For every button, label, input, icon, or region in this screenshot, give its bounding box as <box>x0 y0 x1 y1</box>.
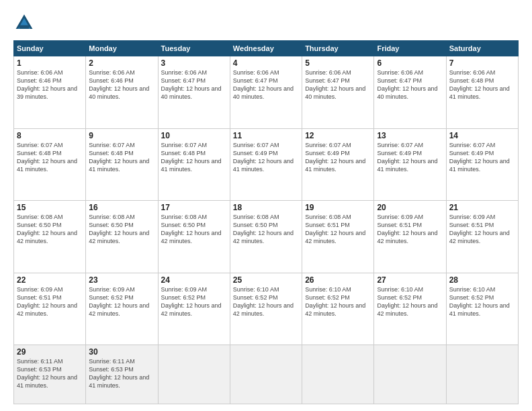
calendar-day: 2Sunrise: 6:06 AMSunset: 6:46 PMDaylight… <box>86 56 158 129</box>
day-number: 16 <box>89 203 154 212</box>
calendar-day: 8Sunrise: 6:07 AMSunset: 6:48 PMDaylight… <box>14 128 86 201</box>
header <box>13 12 519 34</box>
day-number: 3 <box>161 58 227 68</box>
calendar-day: 16Sunrise: 6:08 AMSunset: 6:50 PMDayligh… <box>86 201 158 273</box>
day-of-week-header: Tuesday <box>158 41 230 56</box>
day-info: Sunrise: 6:07 AMSunset: 6:49 PMDaylight:… <box>377 141 443 174</box>
day-info: Sunrise: 6:07 AMSunset: 6:49 PMDaylight:… <box>233 141 299 174</box>
calendar-day: 13Sunrise: 6:07 AMSunset: 6:49 PMDayligh… <box>374 128 446 201</box>
day-info: Sunrise: 6:07 AMSunset: 6:48 PMDaylight:… <box>161 141 227 174</box>
calendar-day: 12Sunrise: 6:07 AMSunset: 6:49 PMDayligh… <box>302 128 374 201</box>
day-number: 28 <box>449 275 515 285</box>
day-info: Sunrise: 6:09 AMSunset: 6:51 PMDaylight:… <box>377 213 443 246</box>
calendar-day: 15Sunrise: 6:08 AMSunset: 6:50 PMDayligh… <box>14 201 86 273</box>
day-info: Sunrise: 6:07 AMSunset: 6:49 PMDaylight:… <box>305 141 371 174</box>
page: SundayMondayTuesdayWednesdayThursdayFrid… <box>0 0 532 411</box>
calendar-day: 28Sunrise: 6:10 AMSunset: 6:52 PMDayligh… <box>446 273 518 345</box>
day-number: 7 <box>449 58 515 68</box>
day-info: Sunrise: 6:11 AMSunset: 6:53 PMDaylight:… <box>17 357 83 390</box>
day-info: Sunrise: 6:06 AMSunset: 6:48 PMDaylight:… <box>449 68 515 101</box>
day-number: 21 <box>449 203 515 212</box>
day-of-week-header: Sunday <box>14 41 86 56</box>
day-number: 2 <box>89 58 154 68</box>
day-info: Sunrise: 6:07 AMSunset: 6:49 PMDaylight:… <box>449 141 515 174</box>
day-info: Sunrise: 6:11 AMSunset: 6:53 PMDaylight:… <box>89 357 154 390</box>
calendar-day: 24Sunrise: 6:09 AMSunset: 6:52 PMDayligh… <box>158 273 230 345</box>
day-number: 22 <box>17 275 83 285</box>
day-number: 29 <box>17 347 83 357</box>
day-number: 12 <box>305 131 371 140</box>
day-info: Sunrise: 6:08 AMSunset: 6:51 PMDaylight:… <box>305 213 371 246</box>
day-number: 5 <box>305 58 371 68</box>
day-number: 23 <box>89 275 154 285</box>
day-of-week-header: Friday <box>374 41 446 56</box>
day-number: 14 <box>449 131 515 140</box>
day-number: 1 <box>17 58 83 68</box>
day-info: Sunrise: 6:10 AMSunset: 6:52 PMDaylight:… <box>233 285 299 318</box>
day-info: Sunrise: 6:09 AMSunset: 6:52 PMDaylight:… <box>89 285 154 318</box>
day-number: 26 <box>305 275 371 285</box>
calendar-day: 27Sunrise: 6:10 AMSunset: 6:52 PMDayligh… <box>374 273 446 345</box>
day-number: 11 <box>233 131 299 140</box>
day-number: 10 <box>161 131 227 140</box>
day-number: 17 <box>161 203 227 212</box>
day-number: 24 <box>161 275 227 285</box>
day-number: 18 <box>233 203 299 212</box>
svg-rect-2 <box>19 26 29 29</box>
calendar-day: 11Sunrise: 6:07 AMSunset: 6:49 PMDayligh… <box>230 128 302 201</box>
day-number: 19 <box>305 203 371 212</box>
calendar-day: 22Sunrise: 6:09 AMSunset: 6:51 PMDayligh… <box>14 273 86 345</box>
calendar-day: 18Sunrise: 6:08 AMSunset: 6:50 PMDayligh… <box>230 201 302 273</box>
day-info: Sunrise: 6:09 AMSunset: 6:52 PMDaylight:… <box>161 285 227 318</box>
day-number: 8 <box>17 131 83 140</box>
day-info: Sunrise: 6:09 AMSunset: 6:51 PMDaylight:… <box>449 213 515 246</box>
calendar-day <box>302 345 374 404</box>
day-info: Sunrise: 6:06 AMSunset: 6:46 PMDaylight:… <box>17 68 83 101</box>
day-number: 6 <box>377 58 443 68</box>
calendar-day: 10Sunrise: 6:07 AMSunset: 6:48 PMDayligh… <box>158 128 230 201</box>
day-number: 20 <box>377 203 443 212</box>
day-info: Sunrise: 6:10 AMSunset: 6:52 PMDaylight:… <box>377 285 443 318</box>
calendar-day: 19Sunrise: 6:08 AMSunset: 6:51 PMDayligh… <box>302 201 374 273</box>
calendar-day: 4Sunrise: 6:06 AMSunset: 6:47 PMDaylight… <box>230 56 302 129</box>
calendar-day: 3Sunrise: 6:06 AMSunset: 6:47 PMDaylight… <box>158 56 230 129</box>
day-info: Sunrise: 6:08 AMSunset: 6:50 PMDaylight:… <box>17 213 83 246</box>
calendar-day: 14Sunrise: 6:07 AMSunset: 6:49 PMDayligh… <box>446 128 518 201</box>
logo-icon <box>13 12 35 34</box>
day-number: 15 <box>17 203 83 212</box>
day-number: 4 <box>233 58 299 68</box>
calendar-day: 21Sunrise: 6:09 AMSunset: 6:51 PMDayligh… <box>446 201 518 273</box>
day-number: 30 <box>89 347 154 357</box>
calendar-day: 26Sunrise: 6:10 AMSunset: 6:52 PMDayligh… <box>302 273 374 345</box>
day-number: 25 <box>233 275 299 285</box>
day-info: Sunrise: 6:06 AMSunset: 6:47 PMDaylight:… <box>305 68 371 101</box>
calendar-day <box>374 345 446 404</box>
calendar-day: 20Sunrise: 6:09 AMSunset: 6:51 PMDayligh… <box>374 201 446 273</box>
day-info: Sunrise: 6:06 AMSunset: 6:47 PMDaylight:… <box>161 68 227 101</box>
day-info: Sunrise: 6:10 AMSunset: 6:52 PMDaylight:… <box>305 285 371 318</box>
day-info: Sunrise: 6:10 AMSunset: 6:52 PMDaylight:… <box>449 285 515 318</box>
calendar-day: 9Sunrise: 6:07 AMSunset: 6:48 PMDaylight… <box>86 128 158 201</box>
day-of-week-header: Monday <box>86 41 158 56</box>
calendar-day: 6Sunrise: 6:06 AMSunset: 6:47 PMDaylight… <box>374 56 446 129</box>
day-info: Sunrise: 6:07 AMSunset: 6:48 PMDaylight:… <box>17 141 83 174</box>
day-number: 27 <box>377 275 443 285</box>
day-info: Sunrise: 6:06 AMSunset: 6:47 PMDaylight:… <box>233 68 299 101</box>
calendar-day <box>446 345 518 404</box>
calendar-day: 30Sunrise: 6:11 AMSunset: 6:53 PMDayligh… <box>86 345 158 404</box>
day-info: Sunrise: 6:08 AMSunset: 6:50 PMDaylight:… <box>89 213 154 246</box>
day-info: Sunrise: 6:06 AMSunset: 6:47 PMDaylight:… <box>377 68 443 101</box>
day-info: Sunrise: 6:08 AMSunset: 6:50 PMDaylight:… <box>233 213 299 246</box>
day-of-week-header: Wednesday <box>230 41 302 56</box>
day-number: 13 <box>377 131 443 140</box>
calendar-day <box>230 345 302 404</box>
day-of-week-header: Saturday <box>446 41 518 56</box>
day-info: Sunrise: 6:09 AMSunset: 6:51 PMDaylight:… <box>17 285 83 318</box>
calendar: SundayMondayTuesdayWednesdayThursdayFrid… <box>13 40 519 404</box>
calendar-day: 7Sunrise: 6:06 AMSunset: 6:48 PMDaylight… <box>446 56 518 129</box>
calendar-day <box>158 345 230 404</box>
day-number: 9 <box>89 131 154 140</box>
logo <box>13 12 38 34</box>
day-info: Sunrise: 6:08 AMSunset: 6:50 PMDaylight:… <box>161 213 227 246</box>
day-info: Sunrise: 6:07 AMSunset: 6:48 PMDaylight:… <box>89 141 154 174</box>
